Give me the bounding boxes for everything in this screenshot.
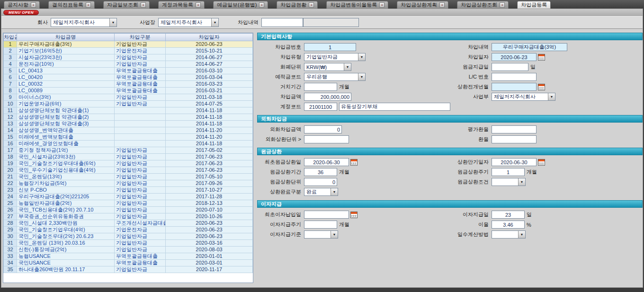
cell-date[interactable]: 2016-03-04 <box>166 74 253 81</box>
cell-type[interactable] <box>115 121 166 127</box>
first-date-input[interactable] <box>304 158 349 166</box>
cell-name[interactable]: 기업기보(16억5천) <box>17 48 115 54</box>
cell-type[interactable]: 기업운전자금 <box>115 227 166 233</box>
cell-date[interactable]: 2014-07-25 <box>166 101 253 107</box>
cell-code[interactable]: 23 <box>4 187 17 194</box>
cell-type[interactable]: 기업일반자금 <box>115 213 166 220</box>
table-row[interactable]: 6LC_00420무역포괄금융대출2016-03-04 <box>4 74 253 81</box>
cell-name[interactable]: 운전자금(10억) <box>17 61 115 68</box>
cell-name[interactable]: 삼성생명단체보험 약관대출(1) <box>17 107 115 114</box>
calendar-icon[interactable] <box>350 159 358 166</box>
cell-name[interactable]: 국민_기술창조기업우대(4억) <box>17 227 115 233</box>
cell-type[interactable]: 기업일반자금 <box>115 194 166 200</box>
cell-type[interactable]: 기업일반자금 <box>115 180 166 187</box>
cell-name[interactable]: 미래에셋_변액보험대출 <box>17 134 115 141</box>
tab-차입금상환조회[interactable]: 차입금상환조회× <box>457 1 509 9</box>
loan-name-input[interactable] <box>492 43 567 51</box>
cell-name[interactable]: 국민_TCB신용대출(2억) 20.7.10 <box>17 207 115 213</box>
tab-차입금현황[interactable]: 차입금현황× <box>277 1 318 9</box>
table-row[interactable]: 26국민_TCB신용대출(2억) 20.7.10기업일반자금2020-07-10 <box>4 207 253 213</box>
tab-close-icon[interactable]: × <box>379 2 385 8</box>
account-code-input[interactable] <box>304 103 337 111</box>
cell-name[interactable]: 삼성생명단체보험 약관대출(3) <box>17 121 115 127</box>
cell-date[interactable]: 2014-11-18 <box>166 114 253 121</box>
period-input[interactable] <box>304 168 337 176</box>
cell-type[interactable]: 무역포괄금융대출 <box>115 253 166 260</box>
cell-date[interactable]: 2020-01-01 <box>166 253 253 260</box>
cell-code[interactable]: 1 <box>4 41 17 48</box>
cell-type[interactable]: 기업일반자금 <box>115 174 166 180</box>
cell-date[interactable]: 2020-06-23 <box>166 227 253 233</box>
cell-date[interactable]: 2020-06-23 <box>166 220 253 227</box>
cell-type[interactable]: 기업일반자금 <box>115 167 166 174</box>
calendar-icon[interactable] <box>538 54 545 61</box>
cell-code[interactable]: 35 <box>4 266 17 273</box>
calendar-icon[interactable] <box>350 212 358 218</box>
cell-name[interactable]: 국민_시설자금(23억3천) <box>17 154 115 160</box>
menu-open-button[interactable]: MENU OPEN <box>3 10 39 15</box>
maturity-input[interactable] <box>492 158 537 166</box>
fx-rate-input[interactable] <box>492 135 537 143</box>
cell-type[interactable]: 기업운전자금 <box>115 48 166 54</box>
chevron-down-icon[interactable]: ▼ <box>331 231 338 238</box>
cell-date[interactable]: 2020-03-16 <box>166 240 253 247</box>
cell-code[interactable]: 26 <box>4 207 17 213</box>
cell-code[interactable]: 7 <box>4 81 17 88</box>
cell-name[interactable]: 부국증권_선순위유동화증권 <box>17 213 115 220</box>
cell-type[interactable] <box>115 127 166 134</box>
cell-name[interactable]: 미래에셋_경영인보험대출 <box>17 141 115 147</box>
cell-type[interactable]: 무역포괄금융대출 <box>115 81 166 88</box>
loan-detail-search-input[interactable] <box>261 18 303 27</box>
cell-date[interactable]: 2017-06-23 <box>166 167 253 174</box>
cell-date[interactable]: 2017-09-26 <box>166 180 253 187</box>
table-row[interactable]: 16미래에셋_경영인보험대출2014-11-18 <box>4 141 253 147</box>
cell-code[interactable]: 6 <box>4 74 17 81</box>
cell-date[interactable]: 2017-05-10 <box>166 174 253 180</box>
cell-date[interactable]: 2014-11-18 <box>166 121 253 127</box>
chevron-down-icon[interactable]: ▼ <box>358 73 365 80</box>
repay-unit-input[interactable] <box>304 178 337 186</box>
loan-no-input[interactable] <box>304 43 356 51</box>
cell-type[interactable]: 기업일반자금 <box>115 200 166 207</box>
col-header-name[interactable]: 차입금명 <box>17 34 115 41</box>
chevron-down-icon[interactable]: ▼ <box>518 231 525 238</box>
cell-date[interactable]: 2014-06-27 <box>166 61 253 68</box>
cycle-input[interactable] <box>492 168 525 176</box>
cell-type[interactable]: 무역포괄금융대출 <box>115 74 166 81</box>
tab-예금일보(은행별)[interactable]: 예금일보(은행별)× <box>213 1 268 9</box>
cell-date[interactable]: 2017-06-23 <box>166 160 253 167</box>
table-row[interactable]: 27부국증권_선순위유동화증권기업일반자금2020-10-26 <box>4 213 253 220</box>
cell-code[interactable]: 33 <box>4 253 17 260</box>
cell-name[interactable]: 삼성생명단체보험 약관대출(2) <box>17 114 115 121</box>
cell-name[interactable]: 하나대출260백만원 20.11.17 <box>17 266 115 273</box>
table-row[interactable]: 23신보 P-CBO기업일반자금2017-10-27 <box>4 187 253 194</box>
chevron-down-icon[interactable]: ▼ <box>211 18 218 27</box>
cell-type[interactable] <box>115 114 166 121</box>
currency-select[interactable]: KRW(₩) ▼ <box>304 63 351 71</box>
cell-type[interactable]: 기업일반자금 <box>115 160 166 167</box>
table-row[interactable]: 29국민_기술창조기업우대(4억)기업운전자금2020-06-23 <box>4 227 253 233</box>
int-cycle-input[interactable] <box>304 221 337 229</box>
cell-type[interactable]: 기업일반자금 <box>115 240 166 247</box>
table-row[interactable]: 24우리구매자금대출(2억)221205기업일반자금2017-11-28 <box>4 194 253 200</box>
chevron-down-icon[interactable]: ▼ <box>109 18 116 27</box>
table-row[interactable]: 33농협USANCE무역포괄금융대출2020-01-01 <box>4 253 253 260</box>
cell-code[interactable]: 16 <box>4 141 17 147</box>
cell-date[interactable]: 2020-06-23 <box>166 41 253 48</box>
cell-code[interactable]: 30 <box>4 233 17 240</box>
cell-name[interactable]: 시설자금(23억3천) <box>17 54 115 61</box>
cell-code[interactable]: 9 <box>4 94 17 101</box>
tab-자금일보조회[interactable]: 자금일보조회× <box>103 1 150 9</box>
cell-date[interactable]: 2016-03-10 <box>166 68 253 74</box>
loan-type-select[interactable]: 기업일반자금 ▼ <box>304 53 366 61</box>
chevron-down-icon[interactable]: ▼ <box>358 53 365 61</box>
int-rate-input[interactable] <box>492 221 525 229</box>
cell-type[interactable] <box>115 141 166 147</box>
table-row[interactable]: 4운전자금(10억)기업일반자금2014-06-27 <box>4 61 253 68</box>
cell-date[interactable]: 2014-11-18 <box>166 107 253 114</box>
table-row[interactable]: 15미래에셋_변액보험대출2014-11-20 <box>4 134 253 141</box>
cell-code[interactable]: 14 <box>4 127 17 134</box>
table-row[interactable]: 18국민_시설자금(23억3천)기업일반자금2017-06-23 <box>4 154 253 160</box>
table-row[interactable]: 1우리구매자금대출(3억)기업일반자금2020-06-23 <box>4 41 253 48</box>
cell-type[interactable]: 무역포괄금융대출 <box>115 260 166 266</box>
